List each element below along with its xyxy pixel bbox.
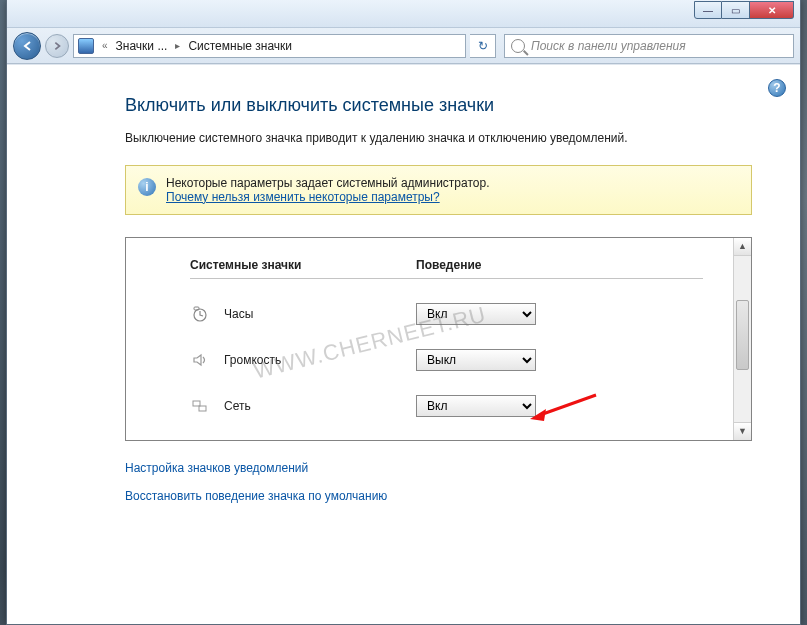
clock-icon [190,304,210,324]
network-icon [190,396,210,416]
restore-defaults-link[interactable]: Восстановить поведение значка по умолчан… [125,489,752,503]
help-button[interactable]: ? [768,79,786,97]
row-label: Громкость [224,353,416,367]
customize-icons-link[interactable]: Настройка значков уведомлений [125,461,752,475]
scroll-up-button[interactable]: ▲ [734,238,751,256]
info-text: Некоторые параметры задает системный адм… [166,176,489,204]
address-bar[interactable]: « Значки ... ▸ Системные значки [73,34,466,58]
info-icon: i [138,178,156,196]
info-link[interactable]: Почему нельзя изменить некоторые парамет… [166,190,440,204]
search-placeholder: Поиск в панели управления [531,39,686,53]
page-title: Включить или выключить системные значки [125,95,752,116]
page-description: Выключение системного значка приводит к … [125,130,752,147]
maximize-button[interactable]: ▭ [722,1,750,19]
breadcrumb-item[interactable]: Значки ... [116,39,168,53]
window-controls: — ▭ ✕ [694,0,794,20]
forward-button[interactable] [45,34,69,58]
page-body: Включить или выключить системные значки … [7,65,800,537]
row-icon-cell [190,396,224,416]
control-panel-window: — ▭ ✕ « Значки ... ▸ Системные значки ↻ … [6,0,801,625]
table-row: Сеть Вкл Выкл [190,383,703,429]
titlebar: — ▭ ✕ [7,0,800,28]
control-panel-icon [78,38,94,54]
row-label: Часы [224,307,416,321]
breadcrumb-item[interactable]: Системные значки [188,39,292,53]
column-header-icons: Системные значки [190,258,416,272]
vertical-scrollbar[interactable]: ▲ ▼ [733,238,751,440]
close-button[interactable]: ✕ [750,1,794,19]
table-header: Системные значки Поведение [190,258,703,279]
search-icon [511,39,525,53]
behavior-select-network[interactable]: Вкл Выкл [416,395,536,417]
minimize-button[interactable]: — [694,1,722,19]
scroll-thumb[interactable] [736,300,749,370]
chevron-right-icon: ▸ [173,40,182,51]
search-input[interactable]: Поиск в панели управления [504,34,794,58]
admin-info-box: i Некоторые параметры задает системный а… [125,165,752,215]
column-header-behavior: Поведение [416,258,703,272]
system-icons-panel: Системные значки Поведение Часы Вкл [125,237,752,441]
links: Настройка значков уведомлений Восстанови… [125,461,752,503]
svg-rect-2 [193,401,200,406]
chevron-left-icon: « [100,40,110,51]
panel-inner: Системные значки Поведение Часы Вкл [126,238,733,440]
refresh-button[interactable]: ↻ [470,34,496,58]
info-message: Некоторые параметры задает системный адм… [166,176,489,190]
row-icon-cell [190,350,224,370]
volume-icon [190,350,210,370]
behavior-select-clock[interactable]: Вкл Выкл [416,303,536,325]
row-icon-cell [190,304,224,324]
row-label: Сеть [224,399,416,413]
behavior-select-volume[interactable]: Вкл Выкл [416,349,536,371]
arrow-right-icon [52,41,62,51]
refresh-icon: ↻ [478,39,488,53]
content-area: ? Включить или выключить системные значк… [7,64,800,624]
navbar: « Значки ... ▸ Системные значки ↻ Поиск … [7,28,800,64]
scroll-down-button[interactable]: ▼ [734,422,751,440]
table-row: Громкость Вкл Выкл [190,337,703,383]
arrow-left-icon [21,40,33,52]
table-row: Часы Вкл Выкл [190,291,703,337]
svg-rect-3 [199,406,206,411]
back-button[interactable] [13,32,41,60]
svg-rect-1 [194,307,199,310]
